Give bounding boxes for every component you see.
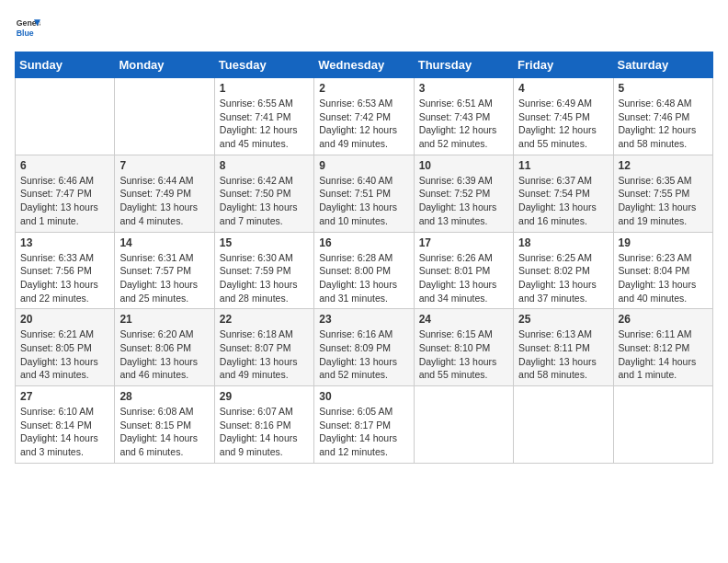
calendar-cell — [414, 386, 513, 464]
day-number: 12 — [619, 159, 708, 172]
calendar-cell: 16Sunrise: 6:28 AM Sunset: 8:00 PM Dayli… — [314, 232, 414, 309]
calendar-cell: 30Sunrise: 6:05 AM Sunset: 8:17 PM Dayli… — [314, 386, 414, 464]
calendar-cell: 11Sunrise: 6:37 AM Sunset: 7:54 PM Dayli… — [514, 155, 613, 232]
weekday-header: Friday — [514, 52, 613, 78]
calendar-cell: 23Sunrise: 6:16 AM Sunset: 8:09 PM Dayli… — [314, 309, 414, 386]
calendar-body: 1Sunrise: 6:55 AM Sunset: 7:41 PM Daylig… — [16, 78, 713, 464]
day-number: 28 — [119, 390, 209, 403]
day-number: 13 — [20, 236, 109, 249]
weekday-header: Saturday — [613, 52, 712, 78]
calendar-cell: 21Sunrise: 6:20 AM Sunset: 8:06 PM Dayli… — [115, 309, 214, 386]
svg-text:Blue: Blue — [17, 29, 34, 38]
day-number: 10 — [419, 159, 508, 172]
calendar-cell: 1Sunrise: 6:55 AM Sunset: 7:41 PM Daylig… — [214, 78, 313, 155]
day-number: 19 — [619, 236, 708, 249]
calendar-cell: 14Sunrise: 6:31 AM Sunset: 7:57 PM Dayli… — [115, 232, 214, 309]
calendar-week-row: 6Sunrise: 6:46 AM Sunset: 7:47 PM Daylig… — [16, 155, 713, 232]
calendar-cell — [16, 78, 115, 155]
weekday-header: Sunday — [16, 52, 115, 78]
calendar-week-row: 27Sunrise: 6:10 AM Sunset: 8:14 PM Dayli… — [16, 386, 713, 464]
weekday-header: Tuesday — [214, 52, 313, 78]
cell-content: Sunrise: 6:21 AM Sunset: 8:05 PM Dayligh… — [20, 327, 109, 382]
cell-content: Sunrise: 6:15 AM Sunset: 8:10 PM Dayligh… — [419, 327, 508, 382]
cell-content: Sunrise: 6:10 AM Sunset: 8:14 PM Dayligh… — [20, 405, 109, 459]
day-number: 9 — [319, 159, 408, 172]
cell-content: Sunrise: 6:31 AM Sunset: 7:57 PM Dayligh… — [119, 251, 209, 305]
calendar-cell — [115, 78, 214, 155]
day-number: 5 — [619, 82, 708, 95]
page-header: General Blue — [15, 15, 713, 40]
calendar-cell — [514, 386, 613, 464]
calendar-cell: 4Sunrise: 6:49 AM Sunset: 7:45 PM Daylig… — [514, 78, 613, 155]
day-number: 29 — [220, 390, 309, 403]
calendar-table: SundayMondayTuesdayWednesdayThursdayFrid… — [15, 52, 713, 464]
calendar-cell: 9Sunrise: 6:40 AM Sunset: 7:51 PM Daylig… — [314, 155, 414, 232]
calendar-cell — [613, 386, 712, 464]
cell-content: Sunrise: 6:33 AM Sunset: 7:56 PM Dayligh… — [20, 251, 109, 305]
day-number: 30 — [319, 390, 408, 403]
calendar-cell: 28Sunrise: 6:08 AM Sunset: 8:15 PM Dayli… — [115, 386, 214, 464]
cell-content: Sunrise: 6:20 AM Sunset: 8:06 PM Dayligh… — [119, 327, 209, 382]
calendar-cell: 12Sunrise: 6:35 AM Sunset: 7:55 PM Dayli… — [613, 155, 712, 232]
calendar-cell: 18Sunrise: 6:25 AM Sunset: 8:02 PM Dayli… — [514, 232, 613, 309]
calendar-cell: 6Sunrise: 6:46 AM Sunset: 7:47 PM Daylig… — [16, 155, 115, 232]
day-number: 7 — [119, 159, 209, 172]
calendar-cell: 10Sunrise: 6:39 AM Sunset: 7:52 PM Dayli… — [414, 155, 513, 232]
day-number: 2 — [319, 82, 408, 95]
calendar-week-row: 13Sunrise: 6:33 AM Sunset: 7:56 PM Dayli… — [16, 232, 713, 309]
day-number: 14 — [119, 236, 209, 249]
day-number: 6 — [20, 159, 109, 172]
day-number: 17 — [419, 236, 508, 249]
calendar-cell: 22Sunrise: 6:18 AM Sunset: 8:07 PM Dayli… — [214, 309, 313, 386]
cell-content: Sunrise: 6:39 AM Sunset: 7:52 PM Dayligh… — [419, 174, 508, 228]
day-number: 16 — [319, 236, 408, 249]
day-number: 15 — [220, 236, 309, 249]
calendar-cell: 29Sunrise: 6:07 AM Sunset: 8:16 PM Dayli… — [214, 386, 313, 464]
weekday-header: Wednesday — [314, 52, 414, 78]
day-number: 24 — [419, 313, 508, 326]
calendar-header-row: SundayMondayTuesdayWednesdayThursdayFrid… — [16, 52, 713, 78]
cell-content: Sunrise: 6:05 AM Sunset: 8:17 PM Dayligh… — [319, 405, 408, 459]
cell-content: Sunrise: 6:28 AM Sunset: 8:00 PM Dayligh… — [319, 251, 408, 305]
logo-icon: General Blue — [15, 15, 40, 40]
cell-content: Sunrise: 6:18 AM Sunset: 8:07 PM Dayligh… — [220, 327, 309, 382]
calendar-cell: 8Sunrise: 6:42 AM Sunset: 7:50 PM Daylig… — [214, 155, 313, 232]
cell-content: Sunrise: 6:40 AM Sunset: 7:51 PM Dayligh… — [319, 174, 408, 228]
calendar-cell: 26Sunrise: 6:11 AM Sunset: 8:12 PM Dayli… — [613, 309, 712, 386]
cell-content: Sunrise: 6:37 AM Sunset: 7:54 PM Dayligh… — [518, 174, 608, 228]
logo: General Blue — [15, 15, 40, 40]
day-number: 3 — [419, 82, 508, 95]
cell-content: Sunrise: 6:49 AM Sunset: 7:45 PM Dayligh… — [518, 97, 608, 151]
calendar-cell: 5Sunrise: 6:48 AM Sunset: 7:46 PM Daylig… — [613, 78, 712, 155]
cell-content: Sunrise: 6:16 AM Sunset: 8:09 PM Dayligh… — [319, 327, 408, 382]
day-number: 18 — [518, 236, 608, 249]
cell-content: Sunrise: 6:46 AM Sunset: 7:47 PM Dayligh… — [20, 174, 109, 228]
cell-content: Sunrise: 6:44 AM Sunset: 7:49 PM Dayligh… — [119, 174, 209, 228]
calendar-cell: 13Sunrise: 6:33 AM Sunset: 7:56 PM Dayli… — [16, 232, 115, 309]
cell-content: Sunrise: 6:30 AM Sunset: 7:59 PM Dayligh… — [220, 251, 309, 305]
day-number: 4 — [518, 82, 608, 95]
calendar-cell: 7Sunrise: 6:44 AM Sunset: 7:49 PM Daylig… — [115, 155, 214, 232]
cell-content: Sunrise: 6:25 AM Sunset: 8:02 PM Dayligh… — [518, 251, 608, 305]
day-number: 11 — [518, 159, 608, 172]
day-number: 25 — [518, 313, 608, 326]
cell-content: Sunrise: 6:23 AM Sunset: 8:04 PM Dayligh… — [619, 251, 708, 305]
cell-content: Sunrise: 6:08 AM Sunset: 8:15 PM Dayligh… — [119, 405, 209, 459]
day-number: 22 — [220, 313, 309, 326]
day-number: 20 — [20, 313, 109, 326]
calendar-cell: 19Sunrise: 6:23 AM Sunset: 8:04 PM Dayli… — [613, 232, 712, 309]
cell-content: Sunrise: 6:07 AM Sunset: 8:16 PM Dayligh… — [220, 405, 309, 459]
weekday-header: Thursday — [414, 52, 513, 78]
calendar-cell: 25Sunrise: 6:13 AM Sunset: 8:11 PM Dayli… — [514, 309, 613, 386]
cell-content: Sunrise: 6:48 AM Sunset: 7:46 PM Dayligh… — [619, 97, 708, 151]
calendar-cell: 20Sunrise: 6:21 AM Sunset: 8:05 PM Dayli… — [16, 309, 115, 386]
cell-content: Sunrise: 6:35 AM Sunset: 7:55 PM Dayligh… — [619, 174, 708, 228]
calendar-week-row: 1Sunrise: 6:55 AM Sunset: 7:41 PM Daylig… — [16, 78, 713, 155]
cell-content: Sunrise: 6:11 AM Sunset: 8:12 PM Dayligh… — [619, 327, 708, 382]
cell-content: Sunrise: 6:42 AM Sunset: 7:50 PM Dayligh… — [220, 174, 309, 228]
calendar-cell: 27Sunrise: 6:10 AM Sunset: 8:14 PM Dayli… — [16, 386, 115, 464]
day-number: 21 — [119, 313, 209, 326]
day-number: 27 — [20, 390, 109, 403]
weekday-header: Monday — [115, 52, 214, 78]
calendar-week-row: 20Sunrise: 6:21 AM Sunset: 8:05 PM Dayli… — [16, 309, 713, 386]
